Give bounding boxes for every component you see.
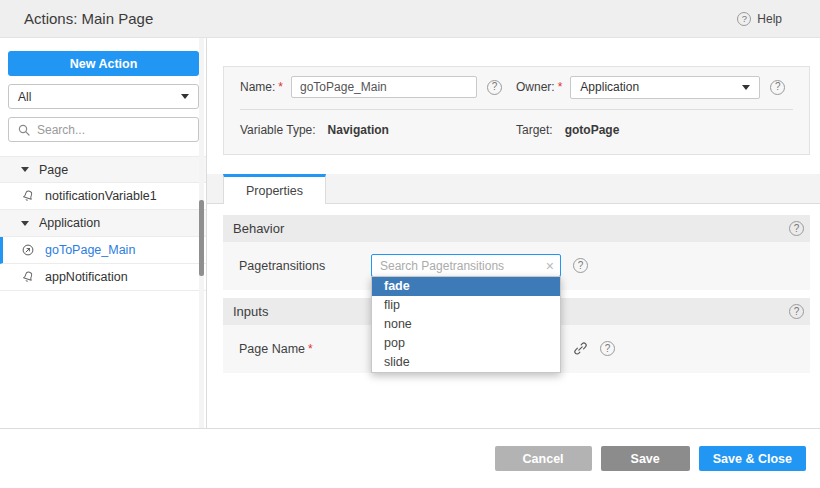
chevron-down-icon bbox=[181, 94, 189, 99]
name-label: Name:* bbox=[240, 80, 283, 94]
sidebar-search-input[interactable] bbox=[37, 123, 190, 137]
dropdown-option-fade[interactable]: fade bbox=[372, 277, 560, 296]
pagetransitions-dropdown: fade flip none pop slide bbox=[371, 276, 561, 373]
save-button[interactable]: Save bbox=[601, 446, 690, 471]
cancel-button[interactable]: Cancel bbox=[495, 446, 592, 471]
owner-label: Owner:* bbox=[516, 80, 562, 94]
tree-group-label: Page bbox=[39, 163, 68, 177]
tree-item-label: goToPage_Main bbox=[45, 243, 135, 257]
required-asterisk: * bbox=[278, 80, 283, 94]
actions-editor-window: Actions: Main Page ? Help New Action All bbox=[0, 0, 820, 488]
tree-group-label: Application bbox=[39, 216, 100, 230]
owner-help-icon[interactable]: ? bbox=[770, 80, 785, 95]
filter-select-value: All bbox=[18, 90, 31, 104]
chevron-down-icon bbox=[742, 85, 750, 90]
new-action-button[interactable]: New Action bbox=[8, 51, 199, 76]
search-icon bbox=[17, 123, 31, 137]
help-link[interactable]: ? Help bbox=[737, 12, 782, 26]
dropdown-option-none[interactable]: none bbox=[372, 315, 560, 334]
link-icon[interactable] bbox=[573, 341, 588, 356]
behavior-section-title: Behavior bbox=[233, 221, 284, 236]
page-name-help-icon[interactable]: ? bbox=[600, 341, 615, 356]
collapse-triangle-icon bbox=[21, 167, 29, 172]
dropdown-option-flip[interactable]: flip bbox=[372, 296, 560, 315]
save-close-button[interactable]: Save & Close bbox=[699, 446, 806, 471]
tab-strip: Properties bbox=[207, 174, 820, 204]
tab-properties[interactable]: Properties bbox=[223, 174, 326, 204]
variable-type-label: Variable Type: bbox=[240, 123, 316, 137]
help-label: Help bbox=[757, 12, 782, 26]
action-summary-card: Name:* ? Owner:* Application ? bbox=[223, 66, 810, 155]
bell-icon bbox=[19, 187, 37, 205]
navigate-icon bbox=[21, 243, 35, 257]
pagetransitions-search-input[interactable] bbox=[380, 259, 546, 273]
tree-item-notificationvariable1[interactable]: notificationVariable1 bbox=[0, 183, 206, 210]
name-input[interactable] bbox=[291, 76, 477, 98]
bell-icon bbox=[19, 268, 37, 286]
card-divider bbox=[240, 109, 793, 110]
filter-select[interactable]: All bbox=[8, 84, 199, 109]
header: Actions: Main Page ? Help bbox=[0, 0, 820, 38]
required-asterisk: * bbox=[308, 342, 313, 356]
target-value: gotoPage bbox=[565, 123, 620, 137]
page-name-label: Page Name* bbox=[239, 342, 371, 356]
target-label: Target: bbox=[516, 123, 553, 137]
clear-icon[interactable]: × bbox=[546, 259, 554, 273]
tree-item-gotopage-main[interactable]: goToPage_Main bbox=[0, 237, 206, 264]
dropdown-option-slide[interactable]: slide bbox=[372, 353, 560, 372]
behavior-help-icon[interactable]: ? bbox=[789, 221, 804, 236]
variable-type-value: Navigation bbox=[328, 123, 389, 137]
inputs-help-icon[interactable]: ? bbox=[789, 304, 804, 319]
pagetransitions-searchbox[interactable]: × bbox=[371, 254, 561, 277]
tree-group-page[interactable]: Page bbox=[0, 156, 206, 183]
dropdown-option-pop[interactable]: pop bbox=[372, 334, 560, 353]
owner-select[interactable]: Application bbox=[570, 76, 760, 99]
tree-item-label: notificationVariable1 bbox=[45, 189, 157, 203]
collapse-triangle-icon bbox=[21, 221, 29, 226]
pagetransitions-help-icon[interactable]: ? bbox=[573, 258, 588, 273]
page-title: Actions: Main Page bbox=[24, 10, 153, 27]
owner-select-value: Application bbox=[580, 80, 639, 94]
help-icon: ? bbox=[737, 12, 751, 26]
sidebar: New Action All Page bbox=[0, 38, 207, 428]
required-asterisk: * bbox=[558, 80, 563, 94]
footer: Cancel Save Save & Close bbox=[0, 428, 820, 488]
tree-item-label: appNotification bbox=[45, 270, 128, 284]
sidebar-scrollbar-thumb[interactable] bbox=[199, 200, 204, 276]
inputs-section-title: Inputs bbox=[233, 304, 268, 319]
sidebar-searchbox[interactable] bbox=[8, 117, 199, 142]
body: New Action All Page bbox=[0, 38, 820, 428]
main-panel: Name:* ? Owner:* Application ? bbox=[207, 38, 820, 428]
action-tree: Page notificationVariable1 Application bbox=[0, 156, 206, 291]
tree-item-appnotification[interactable]: appNotification bbox=[0, 264, 206, 291]
name-help-icon[interactable]: ? bbox=[487, 80, 502, 95]
pagetransitions-label: Pagetransitions bbox=[239, 259, 371, 273]
tree-group-application[interactable]: Application bbox=[0, 210, 206, 237]
